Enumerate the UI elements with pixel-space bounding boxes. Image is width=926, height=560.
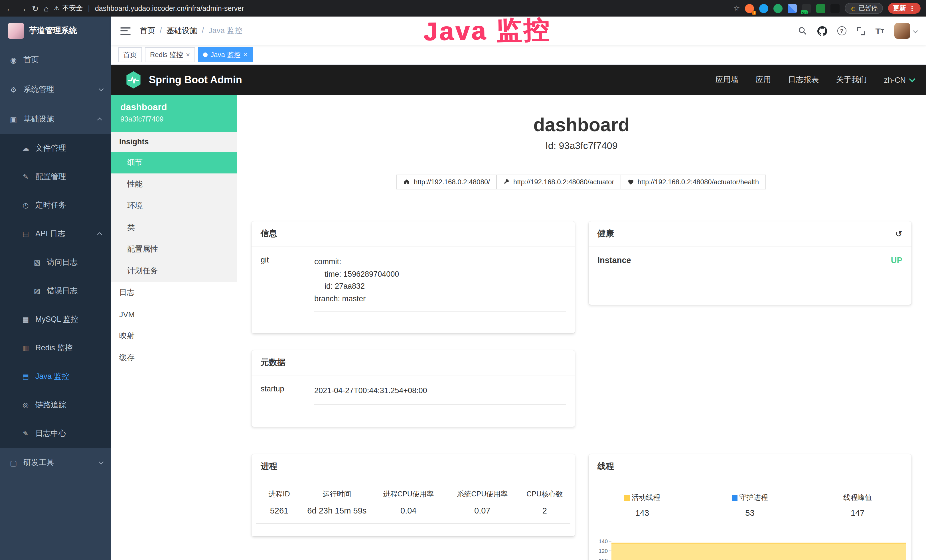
sba-menu-jvm[interactable]: JVM xyxy=(111,304,237,325)
extension-leaf-icon[interactable] xyxy=(817,4,826,13)
sidebar-item-redis-monitor[interactable]: ▥ Redis 监控 xyxy=(0,334,111,362)
app-title: 芋道管理系统 xyxy=(29,26,77,36)
on-badge: on xyxy=(801,10,808,14)
health-card-title: 健康 xyxy=(598,228,614,239)
extension-grid-icon[interactable] xyxy=(788,4,797,13)
back-icon[interactable]: ← xyxy=(6,4,14,13)
sidebar-item-java-monitor[interactable]: ⬒ Java 监控 xyxy=(0,362,111,391)
instance-links: http://192.168.0.2:48080/ http://192.168… xyxy=(237,175,926,189)
extension-drop-icon[interactable] xyxy=(760,4,769,13)
sidebar-item-api-logs[interactable]: ▤ API 日志 xyxy=(0,219,111,248)
bookmark-star-icon[interactable]: ☆ xyxy=(733,4,740,12)
chart-plot-area xyxy=(611,528,906,560)
process-table: 进程ID 运行时间 进程CPU使用率 系统CPU使用率 CPU核心数 5261 … xyxy=(251,479,575,524)
close-icon[interactable]: × xyxy=(243,51,247,59)
sba-main: dashboard Id: 93a3fc7f7409 http://192.16… xyxy=(237,95,926,560)
monitor-icon: ▣ xyxy=(9,115,18,124)
update-button[interactable]: 更新 ⋮ xyxy=(888,3,921,14)
history-icon[interactable]: ↺ xyxy=(895,229,902,239)
sidebar-item-access-logs[interactable]: ▧ 访问日志 xyxy=(0,248,111,277)
sba-nav-applications[interactable]: 应用 xyxy=(755,75,771,85)
metadata-row-value: 2021-04-27T00:44:31.254+08:00 xyxy=(314,384,566,404)
instance-header[interactable]: dashboard 93a3fc7f7409 xyxy=(111,95,237,132)
home-icon xyxy=(404,179,410,185)
sba-menu-mappings[interactable]: 映射 xyxy=(111,325,237,347)
clock-icon: ◷ xyxy=(22,201,30,209)
forward-icon[interactable]: → xyxy=(19,4,27,13)
sidebar-item-home[interactable]: ◉ 首页 xyxy=(0,45,111,75)
sidebar-item-system[interactable]: ⚙ 系统管理 xyxy=(0,75,111,104)
info-row-value: commit: time: 1596289704000 id: 27aa832 … xyxy=(314,256,566,312)
hamburger-icon[interactable] xyxy=(120,27,131,35)
browser-chrome: ← → ↻ ⌂ ⚠ 不安全 | dashboard.yudao.iocoder.… xyxy=(0,0,926,17)
sidebar-item-config-manage[interactable]: ✎ 配置管理 xyxy=(0,163,111,191)
close-icon[interactable]: × xyxy=(186,51,190,59)
sba-nav-journal[interactable]: 日志报表 xyxy=(788,75,819,85)
eye-icon: ◎ xyxy=(22,401,30,409)
locale-select[interactable]: zh-CN xyxy=(884,76,914,84)
service-url-link[interactable]: http://192.168.0.2:48080/ xyxy=(397,175,497,189)
sba-menu-environment[interactable]: 环境 xyxy=(111,195,237,217)
sba-menu-classes[interactable]: 类 xyxy=(111,217,237,239)
sba-menu-details[interactable]: 细节 xyxy=(111,152,237,173)
chevron-up-icon xyxy=(97,232,102,237)
sba-menu-configprops[interactable]: 配置属性 xyxy=(111,239,237,260)
sba-nav-about[interactable]: 关于我们 xyxy=(836,75,867,85)
health-url-link[interactable]: http://192.168.0.2:48080/actuator/health xyxy=(620,175,766,189)
health-row: Instance UP xyxy=(598,256,902,273)
log-doc-icon: ▧ xyxy=(33,259,41,266)
breadcrumb-infrastructure[interactable]: 基础设施 xyxy=(160,26,197,36)
sba-menu-insights[interactable]: Insights xyxy=(111,132,237,152)
reload-icon[interactable]: ↻ xyxy=(32,4,38,13)
chevron-down-icon xyxy=(99,460,103,465)
search-icon[interactable] xyxy=(798,26,807,35)
paused-label: 已暂停 xyxy=(859,4,878,12)
security-chip[interactable]: ⚠ 不安全 xyxy=(54,3,83,13)
sidebar-item-file-manage[interactable]: ☁ 文件管理 xyxy=(0,134,111,163)
sba-menu-scheduledtasks[interactable]: 计划任务 xyxy=(111,260,237,282)
font-size-icon[interactable]: TT xyxy=(875,26,884,36)
sidebar-item-infrastructure[interactable]: ▣ 基础设施 xyxy=(0,104,111,134)
sba-menu-metrics[interactable]: 性能 xyxy=(111,173,237,195)
app-logo[interactable]: 芋道管理系统 xyxy=(0,17,111,45)
process-card-title: 进程 xyxy=(261,461,277,472)
dashboard-icon: ◉ xyxy=(9,56,18,64)
extension-green-icon[interactable] xyxy=(774,4,783,13)
extensions-puzzle-icon[interactable] xyxy=(831,4,840,13)
sidebar-item-dev-tools[interactable]: ▢ 研发工具 xyxy=(0,448,111,478)
more-icon[interactable]: ⋮ xyxy=(909,4,915,12)
toolbox-icon: ▢ xyxy=(9,459,18,467)
tab-java-monitor[interactable]: Java 监控 × xyxy=(198,47,253,62)
breadcrumb-home[interactable]: 首页 xyxy=(140,26,155,36)
fullscreen-icon[interactable] xyxy=(856,27,865,35)
sba-brand[interactable]: Spring Boot Admin xyxy=(124,70,242,89)
extension-fox-icon[interactable]: 1 xyxy=(745,4,754,13)
user-avatar[interactable] xyxy=(894,23,917,39)
github-icon[interactable] xyxy=(817,26,827,36)
extension-switch-icon[interactable]: on xyxy=(802,4,811,13)
fox-badge: 1 xyxy=(752,11,757,15)
tab-redis-monitor[interactable]: Redis 监控 × xyxy=(145,47,195,62)
tab-home[interactable]: 首页 xyxy=(118,47,142,62)
sidebar-item-log-center[interactable]: ✎ 日志中心 xyxy=(0,419,111,448)
sidebar-item-scheduled-jobs[interactable]: ◷ 定时任务 xyxy=(0,191,111,219)
sba-nav-wallboard[interactable]: 应用墙 xyxy=(715,75,738,85)
table-icon: ▦ xyxy=(22,316,30,324)
sidebar-item-trace[interactable]: ◎ 链路追踪 xyxy=(0,391,111,419)
home-icon[interactable]: ⌂ xyxy=(44,4,48,13)
sba-nav: 应用墙 应用 日志报表 关于我们 zh-CN xyxy=(715,75,914,85)
sba-menu-logs[interactable]: 日志 xyxy=(111,282,237,304)
help-icon[interactable]: ? xyxy=(837,26,846,35)
actuator-url-link[interactable]: http://192.168.0.2:48080/actuator xyxy=(496,175,621,189)
gear-icon: ⚙ xyxy=(9,85,18,94)
sba-title: Spring Boot Admin xyxy=(149,74,242,86)
paused-pill[interactable]: ☺ 已暂停 xyxy=(845,3,883,14)
metadata-card: 元数据 startup 2021-04-27T00:44:31.254+08:0… xyxy=(251,350,575,427)
sba-menu-caches[interactable]: 缓存 xyxy=(111,347,237,369)
sidebar-item-mysql-monitor[interactable]: ▦ MySQL 监控 xyxy=(0,305,111,334)
sidebar-item-error-logs[interactable]: ▨ 错误日志 xyxy=(0,277,111,305)
divider: | xyxy=(88,4,90,12)
edit-icon: ✎ xyxy=(22,173,30,181)
url-bar[interactable]: dashboard.yudao.iocoder.cn/infra/admin-s… xyxy=(95,4,244,12)
app-logo-image xyxy=(8,23,24,39)
